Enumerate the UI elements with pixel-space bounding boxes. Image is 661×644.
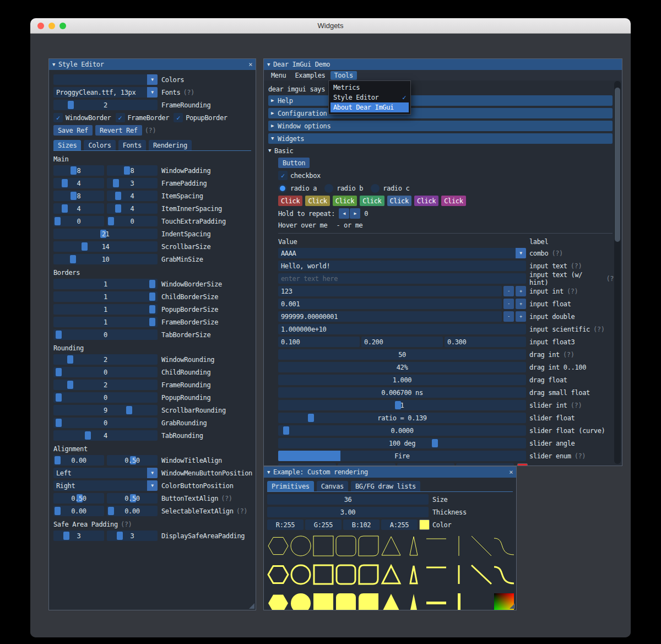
slider-float-widget[interactable]: ratio = 0.139 <box>278 413 526 423</box>
float3-z-input[interactable]: 0.300 <box>445 337 526 347</box>
grabminsize-slider[interactable]: 10 <box>53 254 158 264</box>
tree-node-basic[interactable]: ▼ Basic <box>268 146 617 155</box>
help-marker[interactable]: (?) <box>575 452 586 460</box>
arrow-right-button[interactable]: ▶ <box>350 208 360 219</box>
float3-y-input[interactable]: 0.200 <box>361 337 443 347</box>
tab-fonts[interactable]: Fonts <box>118 140 146 150</box>
windowtitlealign-y-slider[interactable]: 0.50 <box>107 455 158 466</box>
click-button-4[interactable]: Click <box>360 196 384 206</box>
help-marker[interactable]: (?) <box>221 495 232 502</box>
color-swatch[interactable] <box>419 519 430 530</box>
tabbordersize-slider[interactable]: 0 <box>53 329 158 340</box>
hover-text-a[interactable]: Hover over me <box>278 221 327 229</box>
size-drag[interactable]: 36 <box>267 494 429 505</box>
scrollbarsize-slider[interactable]: 14 <box>53 241 158 252</box>
displaysafeareapadding-y-slider[interactable]: 3 <box>107 531 158 541</box>
check-icon[interactable]: ✓ <box>174 113 183 122</box>
drag-float-widget[interactable]: 1.000 <box>278 375 526 385</box>
collapse-arrow-icon[interactable]: ▼ <box>52 62 55 67</box>
basic-checkbox[interactable]: ✓ checkbox <box>278 171 321 180</box>
chevron-down-icon[interactable]: ▼ <box>147 468 158 478</box>
color-r-drag[interactable]: R:255 <box>267 519 304 530</box>
click-button-3[interactable]: Click <box>333 196 357 206</box>
header-help[interactable]: ▶ Help <box>268 95 613 106</box>
tab-sizes[interactable]: Sizes <box>53 140 81 150</box>
minus-button[interactable]: - <box>503 311 514 322</box>
close-icon[interactable]: × <box>509 468 513 476</box>
check-icon[interactable]: ✓ <box>278 171 288 180</box>
demo-titlebar[interactable]: ▼ Dear ImGui Demo <box>264 59 622 70</box>
color-b-drag[interactable]: B:102 <box>343 519 380 530</box>
scrollbarrounding-slider[interactable]: 9 <box>53 405 158 415</box>
grabrounding-slider[interactable]: 0 <box>53 418 158 428</box>
selectabletextalign-y-slider[interactable]: 0.00 <box>107 506 158 516</box>
menu-item-menu[interactable]: Menu <box>267 71 290 80</box>
displaysafeareapadding-x-slider[interactable]: 3 <box>53 531 104 541</box>
double-input[interactable]: 999999.00000001 <box>278 311 502 322</box>
help-marker[interactable]: (?) <box>183 89 194 96</box>
windowrounding-slider[interactable]: 2 <box>53 354 158 365</box>
plus-button[interactable]: + <box>516 299 526 309</box>
header-configuration[interactable]: ▶ Configuration <box>268 108 613 118</box>
input-hint-field[interactable] <box>278 273 526 284</box>
hint-input[interactable] <box>281 275 526 283</box>
check-icon[interactable]: ✓ <box>53 113 63 122</box>
chevron-down-icon[interactable]: ▼ <box>516 248 526 258</box>
tabrounding-slider[interactable]: 4 <box>53 430 158 441</box>
basic-button[interactable]: Button <box>278 158 310 168</box>
windowpadding-x-slider[interactable]: 8 <box>53 165 104 176</box>
text-input[interactable] <box>281 262 526 270</box>
plus-button[interactable]: + <box>516 311 526 322</box>
radio-c-button[interactable] <box>371 184 380 193</box>
close-window-button[interactable] <box>37 23 44 29</box>
check-icon[interactable]: ✓ <box>116 113 125 122</box>
framerounding-slider[interactable]: 2 <box>53 380 158 390</box>
tab-bgfg-draw-lists[interactable]: BG/FG draw lists <box>351 481 420 491</box>
color-g-drag[interactable]: G:255 <box>305 519 342 530</box>
color-swatch[interactable] <box>517 463 528 466</box>
close-icon[interactable]: × <box>248 61 252 68</box>
popupbordersize-slider[interactable]: 1 <box>53 304 158 315</box>
windowtitlealign-x-slider[interactable]: 0.00 <box>53 455 104 466</box>
collapse-arrow-icon[interactable]: ▼ <box>267 62 270 67</box>
windowbordersize-slider[interactable]: 1 <box>53 279 158 289</box>
itemspacing-y-slider[interactable]: 4 <box>107 191 158 201</box>
drag-int-widget[interactable]: 50 <box>278 349 526 360</box>
input-text-field[interactable] <box>278 261 526 271</box>
drag-small-float-widget[interactable]: 0.006700 ns <box>278 387 526 398</box>
selectabletextalign-x-slider[interactable]: 0.00 <box>53 506 104 516</box>
slider-curve-widget[interactable]: 0.0000 <box>278 425 526 436</box>
menu-option-metrics[interactable]: Metrics <box>330 83 409 93</box>
help-marker[interactable]: (?) <box>567 288 578 295</box>
popuprounding-slider[interactable]: 0 <box>53 392 158 403</box>
arrow-left-button[interactable]: ◀ <box>339 208 349 219</box>
windowpadding-y-slider[interactable]: 8 <box>107 165 158 176</box>
plus-button[interactable]: + <box>516 286 526 296</box>
drag-pct-widget[interactable]: 42% <box>278 362 526 372</box>
chevron-down-icon[interactable]: ▼ <box>147 480 158 491</box>
float3-x-input[interactable]: 0.100 <box>278 337 360 347</box>
color-a-drag[interactable]: A:255 <box>381 519 418 530</box>
help-marker[interactable]: (?) <box>145 127 156 134</box>
help-marker[interactable]: (?) <box>563 351 575 359</box>
framepadding-y-slider[interactable]: 3 <box>107 178 158 188</box>
framepadding-x-slider[interactable]: 4 <box>53 178 104 188</box>
iteminnerspacing-x-slider[interactable]: 4 <box>53 203 104 214</box>
scientific-input[interactable]: 1.000000e+10 <box>278 324 526 334</box>
colorbuttonposition-combo[interactable]: Right ▼ <box>53 480 158 491</box>
int-input[interactable]: 123 <box>278 286 502 296</box>
fonts-combo[interactable]: ProggyClean.ttf, 13px ▼ <box>53 87 158 98</box>
click-button-7[interactable]: Click <box>441 196 465 206</box>
touchextrapadding-y-slider[interactable]: 0 <box>107 216 158 226</box>
slider-int-widget[interactable]: 1 <box>278 400 526 410</box>
macos-titlebar[interactable]: Widgets <box>30 18 631 34</box>
iteminnerspacing-y-slider[interactable]: 4 <box>107 203 158 214</box>
help-marker[interactable]: (?) <box>121 521 132 528</box>
thickness-drag[interactable]: 3.00 <box>267 507 429 517</box>
help-marker[interactable]: (?) <box>236 507 248 515</box>
menu-option-style-editor[interactable]: Style Editor ✓ <box>330 93 409 102</box>
frame-rounding-slider[interactable]: 2 <box>53 100 158 110</box>
header-widgets[interactable]: ▼ Widgets <box>268 133 613 144</box>
help-marker[interactable]: (?) <box>571 262 582 270</box>
itemspacing-x-slider[interactable]: 8 <box>53 191 104 201</box>
